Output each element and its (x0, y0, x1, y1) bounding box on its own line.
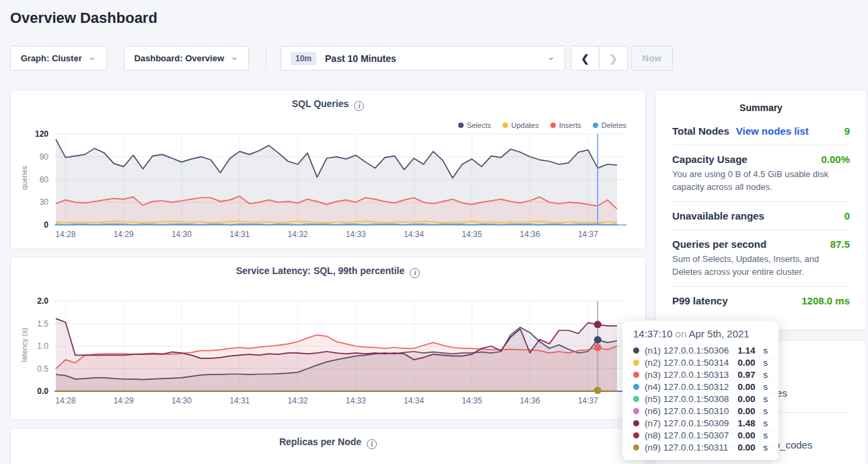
info-icon[interactable]: i (367, 439, 377, 449)
tooltip-node-label: (n6) 127.0.0.1:50310 (645, 406, 732, 416)
total-nodes-row: Total Nodes View nodes list 9 (672, 125, 850, 137)
time-range-selector[interactable]: 10m Past 10 Minutes ⌄ (281, 46, 565, 71)
svg-text:14:32: 14:32 (287, 396, 308, 405)
svg-text:14:37: 14:37 (578, 396, 598, 405)
tooltip-node-row: (n5) 127.0.0.1:503080.00 s (633, 393, 768, 405)
tooltip-node-row: (n4) 127.0.0.1:503120.00 s (633, 380, 768, 393)
unavailable-ranges-value: 0 (844, 210, 850, 222)
tooltip-timestamp: 14:37:10 on Apr 5th, 2021 (633, 328, 768, 339)
divider (672, 230, 850, 230)
tooltip-node-value: 0.00 (737, 430, 755, 440)
toolbar-divider (266, 47, 266, 69)
svg-text:14:30: 14:30 (172, 396, 192, 405)
svg-text:14:35: 14:35 (462, 396, 482, 405)
tooltip-node-unit: s (760, 418, 768, 428)
node-color-dot-icon (633, 408, 639, 414)
page-title: Overview Dashboard (10, 9, 157, 27)
tooltip-node-unit: s (760, 382, 768, 392)
svg-text:1.5: 1.5 (37, 319, 48, 329)
tooltip-node-row: (n8) 127.0.0.1:503070.00 s (633, 429, 768, 441)
svg-text:14:29: 14:29 (114, 230, 134, 239)
tooltip-node-row: (n3) 127.0.0.1:503130.97 s (633, 368, 768, 380)
node-color-dot-icon (633, 432, 639, 438)
svg-text:14:36: 14:36 (520, 396, 540, 405)
chart-hover-tooltip: 14:37:10 on Apr 5th, 2021 (n1) 127.0.0.1… (622, 321, 779, 460)
view-nodes-list-link[interactable]: View nodes list (736, 125, 809, 137)
capacity-usage-label: Capacity Usage (672, 154, 748, 165)
tooltip-node-row: (n7) 127.0.0.1:503091.48 s (633, 417, 768, 429)
previous-timeframe-button[interactable]: ❮ (571, 46, 600, 70)
replicas-per-node-card: Replicas per Nodei (10, 428, 646, 464)
chevron-down-icon: ⌄ (230, 53, 239, 60)
svg-text:14:34: 14:34 (404, 230, 424, 239)
svg-text:14:37: 14:37 (578, 230, 598, 239)
svg-text:14:33: 14:33 (346, 230, 366, 239)
svg-text:14:31: 14:31 (229, 396, 250, 405)
node-color-dot-icon (633, 396, 639, 402)
now-button[interactable]: Now (631, 46, 673, 71)
node-color-dot-icon (633, 444, 639, 451)
tooltip-node-value: 0.00 (737, 394, 755, 404)
svg-text:14:35: 14:35 (462, 230, 482, 239)
svg-text:14:31: 14:31 (229, 230, 250, 239)
tooltip-node-label: (n5) 127.0.0.1:50308 (645, 394, 732, 404)
tooltip-node-row: (n1) 127.0.0.1:503061.14 s (633, 344, 768, 356)
dashboard-dropdown[interactable]: Dashboard: Overview ⌄ (124, 46, 249, 71)
tooltip-node-unit: s (760, 370, 768, 380)
time-range-badge: 10m (291, 52, 316, 65)
capacity-usage-value: 0.00% (821, 154, 850, 165)
total-nodes-value: 9 (844, 125, 850, 137)
next-timeframe-button[interactable]: ❯ (600, 46, 627, 70)
sql-queries-card: SQL Queriesi SelectsUpdatesInsertsDelete… (10, 90, 646, 249)
queries-per-second-label: Queries per second (672, 238, 766, 250)
chevron-down-icon: ⌄ (546, 53, 555, 60)
tooltip-node-row: (n2) 127.0.0.1:503140.00 s (633, 356, 768, 368)
node-color-dot-icon (633, 347, 639, 354)
node-color-dot-icon (633, 420, 639, 426)
sql-queries-chart[interactable]: 030609012014:2814:2914:3014:3114:3214:33… (11, 90, 647, 250)
tooltip-node-value: 0.00 (737, 382, 755, 392)
replicas-per-node-title: Replicas per Nodei (11, 436, 645, 449)
node-color-dot-icon (633, 372, 639, 378)
tooltip-node-label: (n2) 127.0.0.1:50314 (645, 358, 732, 368)
divider (672, 286, 850, 287)
tooltip-node-value: 0.00 (737, 406, 755, 416)
svg-text:14:34: 14:34 (404, 396, 424, 405)
summary-panel: Summary Total Nodes View nodes list 9 Ca… (655, 90, 867, 330)
tooltip-node-unit: s (760, 406, 768, 416)
divider (672, 201, 850, 202)
svg-text:14:28: 14:28 (55, 396, 75, 405)
svg-text:60: 60 (40, 175, 49, 185)
tooltip-node-row: (n6) 127.0.0.1:503100.00 s (633, 405, 768, 417)
tooltip-node-unit: s (760, 394, 768, 404)
tooltip-node-label: (n8) 127.0.0.1:50307 (645, 430, 732, 440)
tooltip-node-value: 0.00 (737, 358, 755, 368)
svg-text:0.5: 0.5 (37, 364, 48, 374)
dashboard-dropdown-label: Dashboard: Overview (134, 53, 224, 63)
svg-text:1.0: 1.0 (37, 341, 48, 351)
total-nodes-label: Total Nodes (672, 125, 729, 137)
graph-dropdown[interactable]: Graph: Cluster ⌄ (10, 46, 107, 71)
svg-text:0.0: 0.0 (37, 387, 48, 396)
tooltip-node-unit: s (760, 430, 768, 440)
chevron-down-icon: ⌄ (88, 53, 97, 60)
tooltip-node-label: (n3) 127.0.0.1:50313 (645, 370, 732, 380)
graph-dropdown-label: Graph: Cluster (21, 53, 82, 63)
unavailable-ranges-row: Unavailable ranges 0 (672, 210, 850, 222)
svg-text:30: 30 (40, 197, 49, 207)
tooltip-node-unit: s (760, 345, 768, 356)
svg-text:90: 90 (40, 152, 49, 162)
tooltip-node-value: 0.97 (737, 370, 755, 380)
summary-title: Summary (672, 102, 850, 113)
tooltip-node-unit: s (760, 358, 768, 368)
svg-text:14:32: 14:32 (287, 230, 308, 239)
p99-latency-label: P99 latency (672, 295, 728, 306)
divider (672, 145, 850, 145)
tooltip-node-label: (n7) 127.0.0.1:50309 (645, 418, 732, 428)
tooltip-node-unit: s (760, 442, 768, 453)
tooltip-node-row: (n9) 127.0.0.1:503110.00 s (633, 441, 768, 453)
service-latency-chart[interactable]: 0.00.51.01.52.014:2814:2914:3014:3114:32… (11, 257, 647, 420)
node-color-dot-icon (633, 384, 639, 390)
svg-text:2.0: 2.0 (37, 296, 48, 306)
tooltip-node-value: 0.00 (737, 442, 755, 453)
